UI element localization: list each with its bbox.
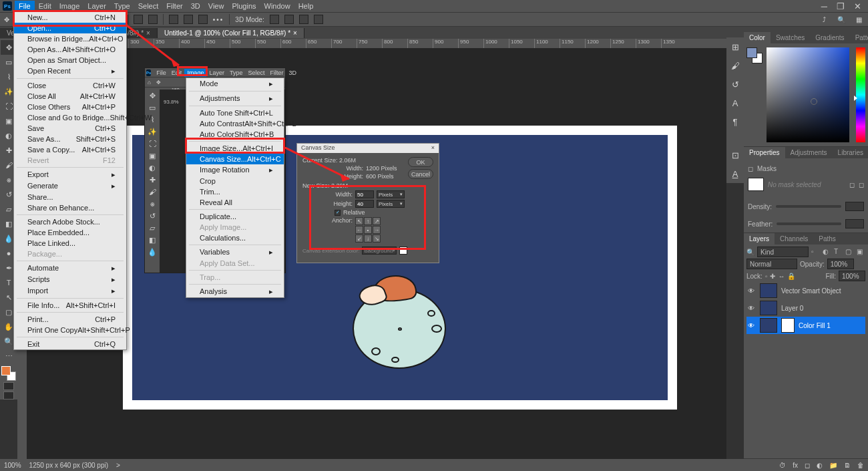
menu-layer[interactable]: Layer [83, 1, 110, 11]
menu-item[interactable]: Open As...Alt+Shift+Ctrl+O [14, 44, 126, 55]
menu-item[interactable]: Crop [186, 176, 284, 186]
lock-icon[interactable]: ✚ [770, 273, 775, 280]
fg-bg-swatches[interactable] [1, 366, 16, 381]
mini-menu-filter[interactable]: Filter [267, 69, 286, 77]
quickmask-icon[interactable] [3, 382, 14, 390]
dialog-close-icon[interactable]: × [431, 144, 435, 152]
swatches-tab[interactable]: Swatches [771, 32, 810, 43]
maximize-icon[interactable]: ❐ [837, 1, 845, 11]
menu-item[interactable]: Close AllAlt+Ctrl+W [14, 91, 126, 102]
fx-icon[interactable]: fx [793, 462, 798, 469]
3d-icon[interactable] [270, 15, 279, 24]
menu-item[interactable]: Duplicate... [186, 211, 284, 222]
distribute-icon[interactable] [198, 15, 208, 24]
3d-icon[interactable] [299, 15, 308, 24]
share-icon[interactable]: ⤴ [819, 14, 829, 25]
3d-icon[interactable] [284, 15, 294, 24]
menu-plugins[interactable]: Plugins [228, 1, 260, 11]
relative-checkbox[interactable]: ✓ [335, 210, 341, 216]
adjustment-icon[interactable]: ◐ [817, 462, 823, 469]
layer-row[interactable]: 👁 Layer 0 [746, 299, 865, 317]
layer-row[interactable]: 👁 Color Fill 1 [746, 317, 865, 334]
align-icon[interactable] [148, 15, 158, 24]
height-unit-select[interactable]: Pixels [377, 200, 405, 208]
marquee-tool[interactable]: ▭ [147, 102, 158, 113]
menu-item[interactable]: CloseCtrl+W [14, 80, 126, 91]
menu-item[interactable]: Scripts▸ [14, 274, 126, 285]
lock-icon[interactable]: 🔒 [787, 273, 795, 280]
menu-type[interactable]: Type [110, 1, 134, 11]
menu-item[interactable]: Print One CopyAlt+Shift+Ctrl+P [14, 325, 126, 335]
history-icon[interactable]: ↺ [729, 79, 741, 90]
libraries-tab[interactable]: Libraries [833, 147, 868, 158]
zoom-level[interactable]: 100% [4, 462, 21, 469]
blur-tool[interactable]: 💧 [147, 247, 158, 257]
menu-item[interactable]: ExitCtrl+Q [14, 339, 126, 349]
cancel-button[interactable]: Cancel [408, 169, 433, 179]
brush-preset-icon[interactable]: 🖌 [729, 60, 741, 71]
menu-view[interactable]: View [204, 1, 228, 11]
menu-item[interactable]: Generate▸ [14, 180, 126, 192]
extension-color-select[interactable]: Background [362, 247, 397, 255]
align-icon[interactable] [134, 15, 143, 24]
menu-item[interactable]: Open Recent▸ [14, 65, 126, 77]
mini-menu-image[interactable]: Image [184, 69, 206, 77]
layer-filter-select[interactable]: Kind [757, 247, 809, 257]
anchor-grid[interactable]: ↖↑↗ ←•→ ↙↓↘ [355, 217, 381, 243]
menu-item[interactable]: Save a Copy...Alt+Ctrl+S [14, 144, 126, 155]
hue-slider[interactable] [856, 47, 865, 142]
patterns-tab[interactable]: Patterns [850, 32, 868, 43]
gradient-tool[interactable]: ◧ [147, 234, 158, 245]
fill-input[interactable]: 100% [839, 271, 865, 281]
menu-item[interactable]: Search Adobe Stock... [14, 216, 126, 227]
menu-item[interactable]: RevertF12 [14, 155, 126, 166]
workspace-icon[interactable]: ▦ [853, 14, 864, 25]
minimize-icon[interactable]: ─ [821, 1, 827, 11]
color-picker[interactable] [767, 47, 849, 142]
menu-item[interactable]: Close and Go to Bridge...Shift+Ctrl+W [14, 112, 126, 123]
menu-item[interactable]: Package... [14, 249, 126, 259]
menu-item[interactable]: Export▸ [14, 169, 126, 180]
menu-item[interactable]: Apply Data Set... [186, 258, 284, 269]
mini-menu-layer[interactable]: Layer [206, 69, 227, 77]
new-layer-icon[interactable]: 🗎 [844, 462, 851, 469]
menu-item[interactable]: Share on Behance... [14, 202, 126, 213]
edit-toolbar[interactable]: ⋯ [1, 349, 17, 363]
menu-item[interactable]: Print...Ctrl+P [14, 314, 126, 325]
menu-window[interactable]: Window [260, 1, 294, 11]
height-input[interactable] [355, 200, 374, 208]
screenmode-icon[interactable] [3, 391, 14, 400]
frame-tool[interactable]: ▣ [147, 150, 158, 161]
mask-icon[interactable]: ◻ [805, 462, 810, 469]
layer-row[interactable]: 👁 Vector Smart Object [746, 282, 865, 299]
menu-item[interactable]: Trim... [186, 186, 284, 197]
close-icon[interactable]: ✕ [854, 1, 861, 11]
menu-item[interactable]: SaveCtrl+S [14, 123, 126, 134]
visibility-icon[interactable]: 👁 [746, 305, 756, 312]
filter-type-icon[interactable]: T [834, 248, 843, 257]
delete-icon[interactable]: 🗑 [857, 462, 864, 469]
menu-item[interactable]: Open as Smart Object... [14, 55, 126, 65]
lock-icon[interactable]: ▫ [765, 273, 768, 280]
mask-thumbnail[interactable] [748, 178, 764, 191]
eyedropper-tool[interactable]: ◐ [147, 162, 158, 173]
distribute-icon[interactable] [184, 15, 193, 24]
menu-item[interactable]: Mode▸ [186, 78, 284, 90]
menu-item[interactable]: Place Linked... [14, 238, 126, 249]
mini-menu-type[interactable]: Type [227, 69, 246, 77]
menu-help[interactable]: Help [294, 1, 318, 11]
menu-item[interactable]: Calculations... [186, 232, 284, 243]
menu-item[interactable]: Variables▸ [186, 247, 284, 258]
blend-mode-select[interactable]: Normal [746, 259, 797, 269]
timeline-icon[interactable]: ⏱ [779, 462, 786, 469]
search-icon[interactable]: 🔍 [836, 14, 847, 25]
menu-item[interactable]: Auto ContrastAlt+Shift+Ctrl+L [186, 118, 284, 129]
menu-item[interactable]: New...Ctrl+N [14, 12, 126, 23]
visibility-icon[interactable]: 👁 [746, 322, 756, 329]
menu-edit[interactable]: Edit [35, 1, 55, 11]
group-icon[interactable]: 📁 [829, 462, 837, 469]
menu-item[interactable]: Analysis▸ [186, 286, 284, 297]
heal-tool[interactable]: ✚ [147, 174, 158, 185]
wand-tool[interactable]: ✨ [147, 126, 158, 137]
menu-item[interactable]: File Info...Alt+Shift+Ctrl+I [14, 300, 126, 311]
